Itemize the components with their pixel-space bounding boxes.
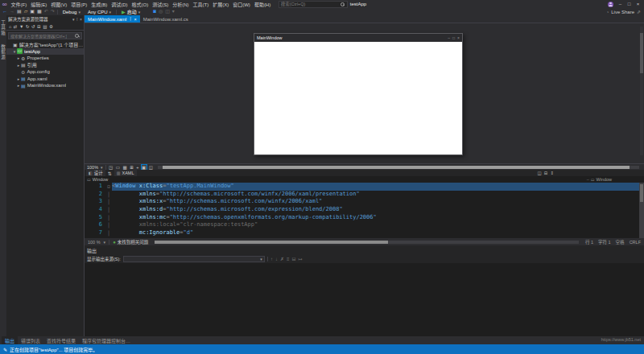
tool-window-tab[interactable]: 程序包管理器控制台…	[79, 336, 134, 344]
design-preview-window[interactable]: MainWindow – □ ×	[254, 33, 463, 155]
expand-pane-icon[interactable]: ⇕	[550, 171, 554, 175]
code-line[interactable]: 5│ xmlns:mc="http://schemas.openxmlforma…	[85, 214, 644, 222]
editor-horizontal-scrollbar[interactable]	[155, 241, 579, 244]
menu-item[interactable]: 工具(T)	[191, 0, 211, 8]
refresh-icon[interactable]: ↺	[31, 24, 35, 29]
code-line[interactable]: 2│ xmlns="http://schemas.microsoft.com/w…	[85, 191, 644, 199]
preview-window-body[interactable]	[254, 42, 462, 153]
new-project-icon[interactable]: ▤	[17, 8, 22, 15]
menu-item[interactable]: 扩展(X)	[211, 0, 231, 8]
pending-changes-filter-icon[interactable]: ▼	[19, 24, 23, 29]
collapse-icon[interactable]: ⊟	[291, 256, 295, 261]
sync-active-document-icon[interactable]: ↻	[26, 24, 30, 29]
switch-views-icon[interactable]: ⇄	[14, 24, 18, 29]
tree-item[interactable]: ▣解决方案"testApp"(1 个项目/共 1 个)	[6, 41, 84, 48]
editor-zoom-value[interactable]: 100 %	[88, 240, 101, 245]
swap-panes-button[interactable]: ⇅	[107, 171, 113, 176]
more-toolbar-options-icon[interactable]: ▾	[172, 8, 175, 15]
menu-item[interactable]: 调试(D)	[109, 0, 130, 8]
menu-item[interactable]: 格式(O)	[130, 0, 151, 8]
tree-item[interactable]: ▸▤MainWindow.xaml	[6, 82, 84, 89]
tool-window-tab[interactable]: 输出	[2, 336, 18, 344]
tree-item[interactable]: ⚙App.config	[6, 68, 84, 76]
snap-grid-icon[interactable]: ⊞	[130, 165, 134, 170]
nav-back-icon[interactable]: ←	[2, 8, 7, 15]
xaml-designer-surface[interactable]: MainWindow – □ ×	[85, 23, 644, 163]
show-annotations-icon[interactable]: ▣	[142, 165, 147, 170]
account-avatar[interactable]	[608, 2, 613, 7]
prev-message-icon[interactable]: ↑	[270, 257, 273, 261]
disable-project-code-icon[interactable]: ◫	[148, 165, 153, 170]
solution-platforms-icon[interactable]: ◫	[165, 8, 170, 15]
zoom-fit-icon[interactable]: ◳	[109, 165, 114, 170]
redo-icon[interactable]: ↷	[51, 8, 55, 15]
menu-item[interactable]: 帮助(H)	[252, 0, 272, 8]
feedback-icon[interactable]: ◙	[153, 8, 156, 15]
code-line[interactable]: 3│ xmlns:x="http://schemas.microsoft.com…	[85, 198, 644, 206]
pin-icon[interactable]: ⊺	[129, 16, 131, 22]
save-all-icon[interactable]: ▦	[37, 8, 42, 15]
vertical-split-icon[interactable]: ◫	[538, 171, 542, 175]
tree-item[interactable]: ▸▤App.xaml	[6, 76, 84, 83]
window-position-icon[interactable]: ▾	[72, 17, 75, 22]
tool-window-tab[interactable]: 查找符号结果	[43, 336, 79, 344]
clear-all-icon[interactable]: ✗	[280, 256, 284, 261]
designer-horizontal-scrollbar[interactable]	[158, 166, 639, 169]
document-tab[interactable]: MainWindow.xaml⊺×	[85, 15, 140, 23]
breadcrumb-element[interactable]: Window	[596, 177, 612, 182]
code-line[interactable]: 4│ xmlns:d="http://schemas.microsoft.com…	[85, 206, 644, 214]
minimize-button[interactable]: –	[616, 0, 625, 8]
start-debugging-button[interactable]: ▶ 启动 ▾	[119, 8, 142, 15]
code-line[interactable]: 7│ mc:Ignorable="d"	[85, 229, 644, 237]
menu-item[interactable]: 文件(F)	[9, 0, 29, 8]
menu-item[interactable]: 编辑(E)	[29, 0, 49, 8]
menu-item[interactable]: 测试(S)	[151, 0, 171, 8]
home-icon[interactable]: ⌂	[9, 24, 11, 29]
breadcrumb-element[interactable]: Window	[93, 177, 109, 182]
fit-selection-icon[interactable]: ▭	[115, 165, 120, 170]
editor-vertical-scrollbar[interactable]	[639, 183, 644, 238]
document-tab[interactable]: MainWindow.xaml.cs	[140, 15, 192, 23]
nav-forward-icon[interactable]: →	[10, 8, 14, 15]
solution-explorer-search-input[interactable]: 搜索解决方案资源管理器(Ctrl+;)	[8, 32, 82, 39]
output-source-dropdown[interactable]: ▾	[123, 256, 265, 262]
word-wrap-icon[interactable]: ≡	[287, 257, 290, 261]
designer-zoom-value[interactable]: 100%	[87, 165, 98, 170]
show-grid-icon[interactable]: ▦	[122, 165, 127, 170]
snaplines-icon[interactable]: +	[136, 165, 139, 170]
code-line[interactable]: 1⊟<Window x:Class="testApp.MainWindow"	[85, 183, 644, 191]
close-tab-icon[interactable]: ×	[134, 17, 136, 22]
restore-button[interactable]: □	[625, 0, 634, 8]
collapsed-tool-tab[interactable]: 工具箱	[0, 20, 6, 36]
output-content[interactable]	[85, 263, 644, 336]
menu-item[interactable]: 生成(B)	[89, 0, 109, 8]
designer-vertical-scrollbar[interactable]	[640, 27, 643, 155]
find-icon[interactable]: ◎	[159, 8, 163, 15]
save-icon[interactable]: ▣	[30, 8, 35, 15]
collapsed-tool-tab[interactable]: 数据源	[0, 44, 6, 60]
close-button[interactable]: ×	[634, 0, 642, 8]
goto-icon[interactable]: ↦	[298, 256, 302, 261]
tab-design[interactable]: ◧ 设计	[86, 170, 105, 176]
collapse-all-icon[interactable]: ⊟	[37, 24, 41, 29]
menu-item[interactable]: 项目(P)	[69, 0, 89, 8]
document-health-indicator[interactable]: ● 未找到相关问题	[113, 239, 148, 245]
tree-item[interactable]: ▸⚙Properties	[6, 55, 84, 62]
platform-dropdown[interactable]: Any CPU ▾	[85, 10, 114, 14]
menu-item[interactable]: 窗口(W)	[231, 0, 253, 8]
tree-item[interactable]: ▸▤引用	[6, 62, 84, 69]
undo-icon[interactable]: ↶	[44, 8, 48, 15]
fold-collapse-icon[interactable]: ⊟	[105, 183, 112, 191]
menu-item[interactable]: 视图(V)	[49, 0, 69, 8]
menu-item[interactable]: 分析(N)	[171, 0, 191, 8]
pin-icon[interactable]: ⊺	[76, 17, 78, 22]
next-message-icon[interactable]: ↓	[275, 257, 278, 261]
tree-item[interactable]: ▾C#testApp	[6, 48, 84, 56]
tab-xaml[interactable]: ▥ XAML	[114, 170, 137, 176]
quick-search-input[interactable]: 搜索(Ctrl+Q)	[279, 1, 348, 8]
configuration-dropdown[interactable]: Debug ▾	[60, 10, 83, 14]
chevron-down-icon[interactable]: ▾	[101, 165, 103, 170]
horizontal-split-icon[interactable]: ⊟	[544, 171, 548, 175]
properties-icon[interactable]: ⚙	[49, 24, 53, 29]
xaml-code-editor[interactable]: 1⊟<Window x:Class="testApp.MainWindow"2│…	[85, 183, 644, 238]
